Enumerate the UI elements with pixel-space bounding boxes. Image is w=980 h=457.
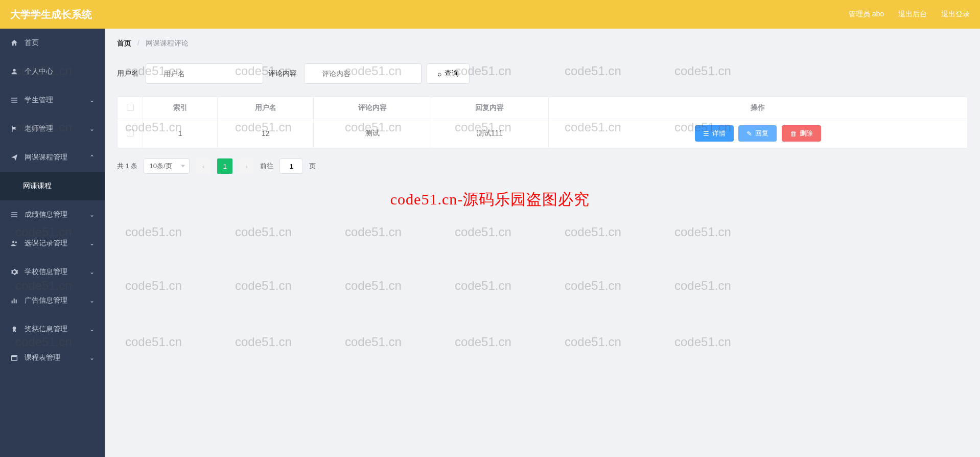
chart-icon: [10, 296, 18, 305]
breadcrumb-sep: /: [137, 39, 139, 47]
header-username: 用户名: [218, 97, 314, 119]
sidebar-item-profile[interactable]: 个人中心: [0, 57, 105, 86]
sidebar-item-enroll[interactable]: 选课记录管理 ⌄: [0, 229, 105, 258]
cell-username: 12: [218, 119, 314, 148]
chevron-down-icon: ⌄: [89, 240, 95, 247]
username-input[interactable]: [146, 63, 263, 84]
sidebar-item-label: 个人中心: [25, 67, 53, 76]
reply-button[interactable]: ✎ 回复: [738, 125, 777, 142]
svg-rect-3: [11, 102, 17, 102]
goto-page-input[interactable]: [279, 158, 303, 174]
header-checkbox-cell: [118, 97, 143, 119]
sidebar-subitem-online-course[interactable]: 网课课程: [0, 172, 105, 200]
chevron-down-icon: ⌄: [89, 268, 95, 276]
username-label: 用户名: [117, 69, 138, 78]
goto-suffix: 页: [309, 162, 316, 171]
sidebar-item-score[interactable]: 成绩信息管理 ⌄: [0, 200, 105, 229]
breadcrumb-home[interactable]: 首页: [117, 39, 131, 47]
next-page-button[interactable]: ›: [239, 158, 254, 174]
chevron-up-icon: ⌃: [89, 154, 95, 161]
chevron-down-icon: ⌄: [89, 354, 95, 361]
user-icon: [10, 67, 18, 76]
breadcrumb: 首页 / 网课课程评论: [117, 39, 968, 48]
prev-page-button[interactable]: ‹: [196, 158, 211, 174]
svg-rect-6: [11, 216, 17, 217]
breadcrumb-current: 网课课程评论: [146, 39, 189, 47]
sidebar-item-schedule[interactable]: 课程表管理 ⌄: [0, 344, 105, 372]
sidebar-item-label: 网课课程管理: [25, 153, 67, 162]
edit-icon: ✎: [746, 130, 752, 138]
sidebar-item-label: 奖惩信息管理: [25, 325, 67, 334]
data-table: 索引 用户名 评论内容 回复内容 操作 1 12 测试 测试111 ☰: [117, 97, 968, 148]
detail-icon: ☰: [703, 130, 709, 138]
page-1-button[interactable]: 1: [217, 158, 232, 174]
user-label[interactable]: 管理员 abo: [849, 10, 884, 19]
sidebar-item-label: 学生管理: [25, 96, 53, 105]
svg-rect-11: [16, 300, 17, 303]
cell-index: 1: [143, 119, 218, 148]
flag-icon: [10, 125, 18, 133]
pagination-total: 共 1 条: [117, 162, 137, 171]
comment-input[interactable]: [304, 63, 422, 84]
row-checkbox[interactable]: [127, 129, 134, 136]
pagination: 共 1 条 10条/页 ‹ 1 › 前往 页: [117, 158, 968, 174]
detail-button[interactable]: ☰ 详情: [695, 125, 734, 142]
sidebar-item-reward[interactable]: 奖惩信息管理 ⌄: [0, 315, 105, 344]
sidebar-item-label: 课程表管理: [25, 353, 60, 362]
svg-point-7: [12, 241, 14, 243]
chevron-down-icon: ⌄: [89, 211, 95, 218]
query-button[interactable]: ⌕ 查询: [427, 63, 470, 84]
cell-reply: 测试111: [431, 119, 549, 148]
table-row: 1 12 测试 测试111 ☰ 详情 ✎ 回复: [118, 119, 968, 148]
chevron-down-icon: ⌄: [89, 125, 95, 132]
svg-point-0: [13, 69, 15, 72]
calendar-icon: [10, 354, 18, 362]
header-comment: 评论内容: [314, 97, 431, 119]
send-icon: [10, 153, 18, 162]
exit-backend-link[interactable]: 退出后台: [898, 10, 927, 19]
header-actions: 管理员 abo 退出后台 退出登录: [849, 10, 970, 19]
svg-rect-2: [11, 100, 17, 100]
sidebar-item-label: 老师管理: [25, 124, 53, 133]
svg-rect-1: [11, 98, 17, 98]
svg-rect-14: [12, 355, 17, 357]
home-icon: [10, 39, 18, 47]
list-icon: [10, 211, 18, 219]
sidebar-item-label: 首页: [25, 38, 39, 48]
list-icon: [10, 96, 18, 104]
cell-comment: 测试: [314, 119, 431, 148]
sidebar-item-student[interactable]: 学生管理 ⌄: [0, 86, 105, 115]
sidebar: 首页 个人中心 学生管理 ⌄ 老师管理 ⌄ 网课: [0, 29, 105, 457]
goto-prefix: 前往: [260, 162, 273, 171]
svg-rect-4: [11, 212, 17, 213]
sidebar-item-ads[interactable]: 广告信息管理 ⌄: [0, 286, 105, 315]
svg-point-12: [13, 327, 16, 330]
logout-link[interactable]: 退出登录: [941, 10, 970, 19]
sidebar-item-label: 学校信息管理: [25, 267, 67, 277]
header-reply: 回复内容: [431, 97, 549, 119]
top-header: 大学学生成长系统 管理员 abo 退出后台 退出登录: [0, 0, 980, 29]
svg-point-8: [15, 241, 17, 243]
chevron-down-icon: ⌄: [89, 297, 95, 304]
sidebar-item-school[interactable]: 学校信息管理 ⌄: [0, 258, 105, 286]
sidebar-item-label: 选课记录管理: [25, 239, 67, 248]
award-icon: [10, 325, 18, 333]
search-bar: 用户名 ⌕ 评论内容 ⌕ ⌕ 查询: [117, 63, 968, 84]
sidebar-item-home[interactable]: 首页: [0, 29, 105, 57]
cell-actions: ☰ 详情 ✎ 回复 🗑 删除: [548, 119, 967, 148]
comment-label: 评论内容: [268, 69, 297, 78]
svg-rect-9: [12, 301, 13, 303]
header-index: 索引: [143, 97, 218, 119]
sidebar-item-label: 成绩信息管理: [25, 210, 67, 219]
page-size-select[interactable]: 10条/页: [144, 158, 190, 174]
users-icon: [10, 239, 18, 247]
search-icon: ⌕: [437, 70, 441, 78]
trash-icon: 🗑: [790, 130, 797, 138]
sidebar-item-teacher[interactable]: 老师管理 ⌄: [0, 115, 105, 143]
chevron-down-icon: ⌄: [89, 97, 95, 104]
select-all-checkbox[interactable]: [127, 104, 134, 111]
delete-button[interactable]: 🗑 删除: [782, 125, 821, 142]
sidebar-item-course[interactable]: 网课课程管理 ⌃: [0, 143, 105, 172]
sidebar-item-label: 广告信息管理: [25, 296, 67, 305]
main-content: 首页 / 网课课程评论 用户名 ⌕ 评论内容 ⌕ ⌕ 查询: [105, 29, 980, 457]
